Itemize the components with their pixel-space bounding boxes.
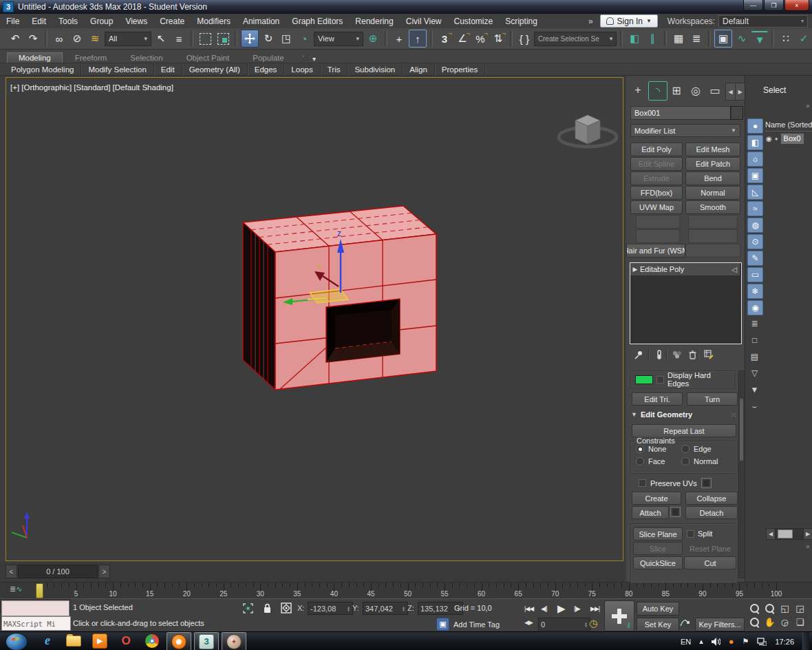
x-coordinate-field[interactable]: -123,08▲▼ (308, 602, 353, 615)
edit-geometry-rollout-header[interactable]: ▼ Edit Geometry ⁙ (628, 409, 743, 420)
display-materials-icon[interactable]: ≣ (747, 317, 762, 331)
display-geometry-icon[interactable]: ● (747, 118, 763, 134)
display-hidden-icon[interactable]: ◉ (747, 300, 763, 315)
transfer-dots-icon[interactable]: ∷ (778, 30, 794, 47)
isolate-selection-icon[interactable] (241, 602, 255, 614)
previous-frame-button[interactable]: < (6, 565, 17, 578)
menu-modifiers[interactable]: Modifiers (191, 14, 237, 28)
snaps-toggle-icon[interactable]: 3¬ (436, 30, 453, 47)
tab-modify[interactable]: ◝ (648, 81, 667, 101)
explorer-chevron2-icon[interactable]: » (806, 543, 810, 550)
ribbon-panel-loops[interactable]: Loops (284, 63, 320, 76)
create-button[interactable]: Create (632, 492, 681, 505)
ribbon-panel-polygon-modeling[interactable]: Polygon Modeling (4, 63, 81, 76)
mini-curve-editor-icon[interactable]: ≣∿ (10, 585, 22, 594)
object-name-field[interactable]: Box001 (630, 106, 731, 120)
zoom-all-icon[interactable] (762, 602, 777, 615)
scroll-left-icon[interactable]: ◀ (766, 528, 776, 540)
attach-list-icon[interactable] (670, 507, 681, 517)
zoom-icon[interactable] (747, 602, 762, 615)
align-icon[interactable]: ∥ (644, 30, 661, 47)
modifier-button-blank[interactable] (636, 229, 680, 243)
pan-icon[interactable]: ✋ (762, 616, 777, 629)
slice-button[interactable]: Slice (633, 542, 683, 555)
antivirus-icon[interactable]: ● (729, 636, 734, 647)
select-and-manipulate-icon[interactable]: ◔ (296, 30, 312, 47)
key-mode-toggle-icon[interactable]: ◀▶ (524, 619, 533, 626)
ribbon-panel-edges[interactable]: Edges (248, 63, 285, 76)
menu-civil-view[interactable]: Civil View (400, 14, 448, 28)
taskbar-3ds-max[interactable]: 3 (194, 632, 219, 650)
taskbar-opera-browser[interactable]: O (114, 632, 138, 649)
viewport[interactable]: [+] [Orthographic] [Standard] [Default S… (6, 77, 623, 561)
menu-file[interactable]: File (0, 14, 25, 28)
display-spacewarps-icon[interactable]: ≈ (747, 201, 763, 216)
ribbon-panel-modify-selection[interactable]: Modify Selection (81, 63, 153, 76)
undo-icon[interactable]: ↶ (7, 30, 23, 47)
modifier-button-ffd-box[interactable]: FFD(box) (630, 186, 683, 200)
orbit-icon[interactable]: ◶ (778, 616, 792, 629)
menu-overflow-chevron[interactable]: » (584, 17, 597, 26)
zoom-extents-icon[interactable]: ◱ (778, 602, 792, 615)
play-button[interactable]: ▶ (557, 602, 566, 615)
reset-plane-button[interactable]: Reset Plane (684, 542, 736, 555)
redo-icon[interactable]: ↷ (25, 30, 41, 47)
constraint-radio-none[interactable]: None (636, 445, 681, 453)
stack-item-editable-poly[interactable]: ▶ Editable Poly ◁ (630, 263, 740, 275)
menu-animation[interactable]: Animation (237, 14, 286, 28)
slice-plane-button[interactable]: Slice Plane (633, 527, 683, 541)
show-desktop-button[interactable] (802, 632, 809, 650)
time-slider-playhead[interactable] (36, 583, 43, 598)
scene-3d-box[interactable]: z x (6, 78, 624, 562)
remove-modifier-icon[interactable] (685, 348, 699, 361)
track-bar[interactable]: ≣∿ 0510152025303540455055606570758085909… (0, 582, 812, 599)
go-to-start-button[interactable]: |◀◀ (524, 602, 533, 615)
select-and-rotate-icon[interactable]: ↻ (260, 30, 277, 47)
zoom-extents-all-icon[interactable]: ◲ (793, 602, 807, 615)
modifier-button-normal[interactable]: Normal (685, 186, 740, 200)
modifier-button-blank[interactable] (688, 215, 738, 229)
display-helpers-icon[interactable]: ◺ (747, 185, 763, 200)
ribbon-tab-selection[interactable]: Selection (119, 53, 173, 63)
constraint-radio-face[interactable]: Face (636, 457, 681, 465)
go-to-end-button[interactable]: ▶▶| (590, 602, 599, 615)
reference-coordinate-system-dropdown[interactable]: View▾ (314, 32, 363, 46)
minimize-button[interactable]: — (743, 0, 763, 11)
filter-on-icon[interactable]: ▼ (747, 383, 762, 397)
modifier-button-edit-spline[interactable]: Edit Spline (630, 157, 683, 171)
tabs-scroll-right[interactable]: ▶ (735, 83, 745, 101)
set-key-button[interactable]: Set Key (637, 618, 679, 631)
menu-views[interactable]: Views (119, 14, 153, 28)
explorer-row-box001[interactable]: ◉ ● Box0 (766, 133, 804, 145)
ribbon-tab-object-paint[interactable]: Object Paint (175, 53, 241, 63)
maximize-viewport-icon[interactable]: ❏ (793, 616, 807, 629)
explorer-chevron-icon[interactable]: » (806, 102, 810, 109)
previous-frame-button[interactable]: ◀|| (541, 602, 547, 615)
cut-button[interactable]: Cut (684, 556, 736, 569)
unlink-selection-icon[interactable]: ⊘ (69, 30, 85, 47)
keyframe-curve-icon[interactable] (680, 618, 691, 627)
expand-icon[interactable]: ▶ (630, 266, 640, 273)
tab-motion[interactable]: ◎ (687, 81, 705, 99)
workspace-dropdown[interactable]: Default ▾ (718, 15, 808, 28)
attach-button[interactable]: Attach (632, 506, 669, 519)
preserve-uvs-checkbox[interactable] (639, 479, 646, 487)
display-frozen-icon[interactable]: ❄ (747, 284, 763, 299)
modifier-button-edit-patch[interactable]: Edit Patch (685, 157, 740, 171)
visibility-eye-icon[interactable]: ◉ (766, 135, 772, 143)
current-frame-field[interactable]: 0▲▼ (538, 618, 590, 631)
turn-button[interactable]: Turn (687, 392, 738, 406)
ribbon-tab-populate[interactable]: Populate (242, 53, 295, 63)
render-check-icon[interactable]: ✓ (795, 30, 812, 47)
menu-scripting[interactable]: Scripting (499, 14, 544, 28)
start-button[interactable] (6, 633, 28, 650)
ribbon-panel-subdivision[interactable]: Subdivision (348, 63, 403, 76)
collapse-button[interactable]: Collapse (685, 492, 738, 505)
spinner-snap-icon[interactable]: ⇅¬ (490, 30, 506, 47)
tray-expand-icon[interactable]: ▴ (699, 637, 703, 646)
next-frame-button[interactable]: ||▶ (574, 602, 580, 615)
pick-container-icon[interactable]: ⌣ (747, 399, 762, 413)
time-configuration-icon[interactable]: ◷ (589, 618, 597, 629)
action-center-flag-icon[interactable]: ⚑ (742, 637, 749, 646)
ribbon-panel-geometry-all[interactable]: Geometry (All) (182, 63, 248, 76)
